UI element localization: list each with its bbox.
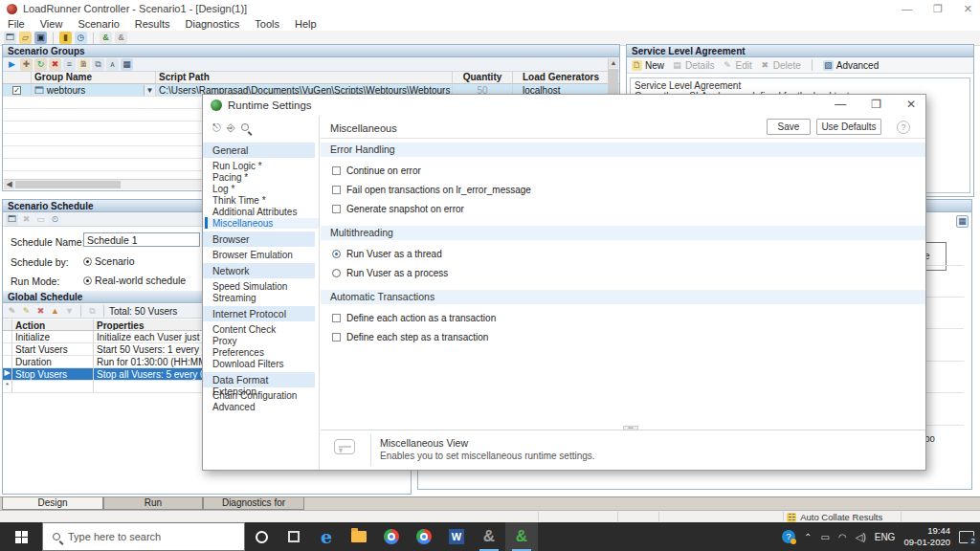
- task-view-icon[interactable]: [278, 522, 310, 551]
- add-group-icon[interactable]: ✚: [20, 58, 33, 71]
- tray-chevron-icon[interactable]: ⌃: [804, 532, 812, 542]
- define-step-checkbox[interactable]: [332, 333, 341, 342]
- edit-action2-icon[interactable]: ✎: [20, 305, 33, 318]
- menu-results[interactable]: Results: [135, 18, 170, 30]
- graph-legend-toggle-icon[interactable]: ▦: [956, 215, 969, 228]
- option-run-vuser-thread[interactable]: Run Vuser as a thread: [332, 249, 925, 259]
- sla-details-button[interactable]: ▤ Details: [672, 60, 715, 71]
- battery-icon[interactable]: ▭: [821, 532, 830, 542]
- help-button[interactable]: ?: [897, 121, 910, 134]
- option-continue-on-error[interactable]: Continue on error: [332, 165, 925, 176]
- menu-diagnostics[interactable]: Diagnostics: [186, 18, 240, 30]
- menu-help[interactable]: Help: [295, 18, 317, 30]
- run-mode-radio[interactable]: [83, 276, 92, 285]
- nav-preferences[interactable]: Preferences: [203, 347, 319, 358]
- loadrunner-active-taskbar-icon[interactable]: &: [505, 522, 538, 551]
- cortana-icon[interactable]: [245, 522, 278, 551]
- taskbar-clock[interactable]: 19:44 09-01-2020: [903, 525, 950, 548]
- save-button[interactable]: Save: [767, 119, 811, 135]
- save-scenario-icon[interactable]: ▣: [34, 32, 47, 44]
- use-defaults-button[interactable]: Use Defaults: [816, 119, 881, 135]
- chrome2-icon[interactable]: [408, 522, 440, 551]
- option-define-action-transaction[interactable]: Define each action as a transaction: [332, 313, 925, 323]
- nav-additional-attributes[interactable]: Additional Attributes: [203, 207, 319, 217]
- footer-splitter-handle[interactable]: •••: [623, 426, 638, 430]
- run-as-process-radio[interactable]: [332, 269, 341, 277]
- new-schedule-icon[interactable]: 🗔: [6, 213, 18, 226]
- option-fail-open-transactions[interactable]: Fail open transactions on lr_error_messa…: [332, 185, 925, 195]
- refresh-group-icon[interactable]: ↻: [34, 58, 47, 71]
- schedule-by-option[interactable]: Scenario: [83, 255, 135, 267]
- define-action-checkbox[interactable]: [332, 314, 341, 322]
- dialog-minimize-button[interactable]: —: [835, 98, 846, 111]
- export-settings-icon[interactable]: ⎋: [212, 121, 221, 134]
- taskbar-search-input[interactable]: Type here to search: [42, 522, 245, 551]
- vuser-details-icon[interactable]: ᴀ: [106, 58, 119, 71]
- fail-open-transactions-checkbox[interactable]: [332, 186, 341, 194]
- nav-streaming[interactable]: Streaming: [203, 293, 319, 303]
- delete-schedule-icon[interactable]: ✖: [20, 213, 33, 226]
- nav-run-logic[interactable]: Run Logic *: [203, 161, 319, 171]
- schedule-by-radio[interactable]: [83, 257, 92, 266]
- col-quantity[interactable]: Quantity: [453, 72, 513, 83]
- menu-file[interactable]: File: [8, 18, 25, 30]
- continue-on-error-checkbox[interactable]: [332, 166, 341, 175]
- run-scenario-icon[interactable]: ▶: [6, 58, 18, 71]
- move-up-icon[interactable]: ▲: [49, 305, 61, 318]
- close-button[interactable]: ✕: [964, 3, 972, 15]
- group-name-cell[interactable]: 🗔 webtours ▼: [32, 85, 156, 96]
- schedule-name-input[interactable]: Schedule 1: [83, 232, 200, 247]
- loadrunner-taskbar-icon[interactable]: &: [473, 522, 505, 551]
- group-enabled-checkbox[interactable]: ✓: [12, 86, 21, 95]
- word-icon[interactable]: W: [440, 522, 473, 551]
- nav-pacing[interactable]: Pacing *: [203, 172, 319, 183]
- delete-action-icon[interactable]: ✖: [34, 305, 47, 318]
- generate-snapshot-checkbox[interactable]: [332, 205, 341, 213]
- analysis-icon[interactable]: ▮: [59, 32, 72, 44]
- nav-think-time[interactable]: Think Time *: [203, 195, 319, 206]
- notification-center-icon[interactable]: 2: [959, 531, 974, 543]
- copy-schedule-icon[interactable]: ⧉: [86, 305, 99, 318]
- vugen-icon[interactable]: &: [100, 32, 112, 44]
- nav-download-filters[interactable]: Download Filters: [203, 359, 319, 369]
- nav-miscellaneous[interactable]: Miscellaneous: [203, 218, 319, 229]
- tab-design[interactable]: Design: [2, 497, 103, 510]
- rename-schedule-icon[interactable]: ▭: [34, 213, 47, 226]
- schedule-options-icon[interactable]: ⏲: [49, 213, 61, 226]
- col-group-name[interactable]: Group Name: [32, 72, 156, 83]
- nav-advanced[interactable]: Advanced: [203, 402, 319, 412]
- language-indicator[interactable]: ENG: [875, 532, 896, 542]
- open-scenario-icon[interactable]: ▱: [19, 32, 32, 44]
- option-define-step-transaction[interactable]: Define each step as a transaction: [332, 332, 925, 342]
- volume-icon[interactable]: ◁): [856, 532, 866, 542]
- view-script-icon[interactable]: 🗎: [78, 58, 90, 71]
- sla-delete-button[interactable]: ✖ Delete: [760, 60, 801, 71]
- group-details-icon[interactable]: ≡: [63, 58, 76, 71]
- run-mode-option[interactable]: Real-world schedule: [83, 275, 186, 286]
- dialog-maximize-button[interactable]: ❐: [871, 98, 881, 111]
- menu-view[interactable]: View: [40, 18, 63, 30]
- chrome-icon[interactable]: [375, 522, 408, 551]
- search-settings-icon[interactable]: [241, 121, 249, 134]
- duplicate-group-icon[interactable]: ⧉: [92, 58, 104, 71]
- nav-chain-configuration[interactable]: Chain Configuration: [203, 390, 319, 401]
- col-script-path[interactable]: Script Path: [156, 72, 453, 83]
- minimize-button[interactable]: —: [902, 3, 912, 14]
- edge-icon[interactable]: e: [310, 522, 343, 551]
- sla-new-button[interactable]: 🗋 New: [632, 60, 664, 71]
- controller-clock-icon[interactable]: ◷: [75, 32, 87, 44]
- tab-diagnostics[interactable]: Diagnostics for J2EE/.NET: [203, 497, 304, 510]
- vugen-alt-icon[interactable]: &: [115, 32, 127, 44]
- file-explorer-icon[interactable]: [343, 522, 375, 551]
- new-scenario-icon[interactable]: 🗔: [4, 32, 16, 44]
- group-graph-icon[interactable]: ▦: [121, 58, 133, 71]
- menu-scenario[interactable]: Scenario: [78, 18, 119, 30]
- sla-edit-button[interactable]: ✎ Edit: [723, 60, 752, 71]
- col-action[interactable]: Action: [12, 320, 94, 330]
- nav-log[interactable]: Log *: [203, 184, 319, 194]
- maximize-button[interactable]: ❐: [933, 3, 943, 15]
- group-name-dropdown-icon[interactable]: ▼: [144, 85, 155, 96]
- dialog-close-button[interactable]: ✕: [906, 98, 916, 111]
- wifi-icon[interactable]: ◠: [838, 532, 847, 542]
- option-generate-snapshot[interactable]: Generate snapshot on error: [332, 204, 925, 214]
